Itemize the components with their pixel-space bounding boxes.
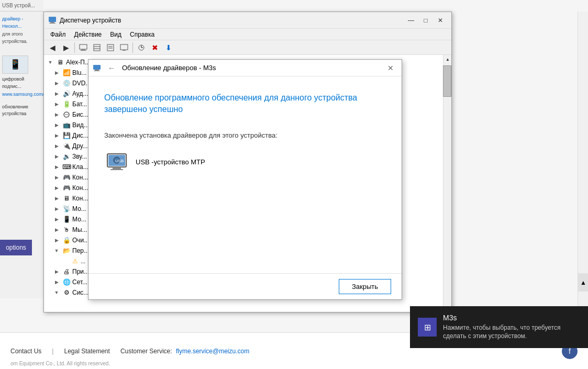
tree-expand-sound[interactable]: ▶	[52, 152, 61, 161]
device-manager-toolbar: ◀ ▶	[44, 40, 451, 55]
dialog-close-x-button[interactable]: ✕	[384, 61, 397, 75]
tree-expand-keyboard[interactable]: ▶	[52, 163, 61, 171]
tree-label-biometric: Бис...	[72, 111, 88, 118]
device-manager-title: Диспетчер устройств	[60, 17, 404, 24]
tree-icon-bt: 📶	[62, 69, 71, 77]
svg-rect-21	[94, 71, 100, 71]
menu-view[interactable]: Вид	[106, 30, 126, 39]
toast-icon-symbol: ⊞	[424, 322, 431, 332]
side-text-area: драйвер - Нескол... для этого устройства…	[0, 14, 43, 120]
svg-rect-25	[110, 169, 123, 170]
tree-expand-ctrl1[interactable]: ▶	[52, 173, 61, 182]
side-device-image: 📱	[2, 55, 28, 74]
tree-expand-portable[interactable]: ▼	[52, 247, 61, 255]
tree-expand-audio[interactable]: ▶	[52, 90, 61, 98]
tree-expand-ctrl3[interactable]: ▶	[52, 194, 61, 203]
tree-expand-root[interactable]: ▼	[46, 58, 54, 66]
device-manager-menubar: Файл Действие Вид Справка	[44, 29, 451, 40]
menu-action[interactable]: Действие	[70, 30, 106, 39]
footer-contact-us[interactable]: Contact Us	[10, 348, 41, 355]
toolbar-display[interactable]	[118, 41, 130, 54]
toolbar-forward[interactable]: ▶	[60, 41, 72, 54]
toolbar-properties[interactable]	[104, 41, 117, 54]
tree-icon-battery: 🔋	[62, 100, 71, 108]
side-device-caption: цифровой подпис...	[2, 76, 41, 90]
tree-expand-warning	[61, 257, 69, 265]
side-driver-link[interactable]: www.samsung.com/...	[2, 91, 41, 98]
tree-label-audio: Ауд...	[72, 90, 88, 97]
tree-icon-system: ⚙	[62, 288, 71, 297]
tree-expand-biometric[interactable]: ▶	[52, 110, 61, 119]
tree-expand-network[interactable]: ▶	[52, 278, 61, 286]
side-header: USB устрой...	[0, 0, 43, 12]
tree-expand-modem2[interactable]: ▶	[52, 215, 61, 223]
tree-icon-modem2: 📱	[62, 215, 71, 223]
device-manager-titlebar: Диспетчер устройств — □ ✕	[44, 12, 451, 29]
tree-scrollbar[interactable]: ▲ ▼	[443, 55, 451, 312]
tree-expand-battery[interactable]: ▶	[52, 100, 61, 108]
svg-rect-3	[80, 44, 87, 49]
minimize-button[interactable]: —	[404, 15, 418, 26]
scroll-to-top-button[interactable]: ▲	[578, 273, 588, 292]
tree-label-disk: Дис...	[72, 132, 88, 139]
toolbar-disable[interactable]: ✖	[149, 41, 161, 54]
tree-icon-disk: 💾	[62, 131, 71, 140]
dialog-back-button[interactable]: ←	[105, 62, 118, 74]
toolbar-back[interactable]: ◀	[46, 41, 59, 54]
dialog-close-button[interactable]: Закрыть	[339, 279, 391, 294]
tree-label-sound: Зву...	[72, 153, 87, 160]
tree-label-bt: Blu...	[72, 69, 86, 76]
toolbar-list[interactable]	[91, 41, 103, 54]
tree-expand-ctrl2[interactable]: ▶	[52, 184, 61, 192]
dialog-desc-text: Закончена установка драйверов для этого …	[104, 131, 386, 139]
scroll-up-arrow[interactable]: ▲	[443, 55, 451, 63]
tree-expand-bt[interactable]: ▶	[52, 69, 61, 77]
toolbar-update[interactable]: ⬇	[162, 41, 175, 54]
tree-expand-disk[interactable]: ▶	[52, 131, 61, 140]
dialog-footer: Закрыть	[88, 273, 402, 299]
side-text-3: 📱 цифровой подпис... www.samsung.com/...	[2, 55, 41, 98]
options-button[interactable]: options	[0, 240, 32, 255]
menu-file[interactable]: Файл	[46, 30, 70, 39]
warning-icon: ⚠	[71, 257, 79, 265]
toolbar-scan[interactable]	[135, 41, 148, 54]
tree-expand-mouse[interactable]: ▶	[52, 226, 61, 234]
footer-email-link[interactable]: flyme.service@meizu.com	[176, 348, 249, 355]
svg-text:USB: USB	[115, 159, 124, 163]
tree-label-system: Сис...	[72, 289, 88, 296]
footer-legal-statement[interactable]: Legal Statement	[64, 348, 109, 355]
tree-icon-other: 🔌	[62, 142, 71, 150]
maximize-button[interactable]: □	[419, 15, 432, 26]
m3s-toast[interactable]: ⊞ M3s Нажмите, чтобы выбрать, что требуе…	[410, 306, 588, 348]
tree-expand-other[interactable]: ▶	[52, 142, 61, 150]
device-manager-title-icon	[48, 16, 57, 25]
tree-label-mouse: Мы...	[72, 226, 87, 233]
tree-expand-system[interactable]: ▼	[52, 288, 61, 297]
window-controls: — □ ✕	[404, 15, 447, 26]
tree-label-ctrl3: Кон...	[72, 195, 88, 202]
svg-rect-20	[95, 70, 99, 71]
tree-expand-modem1[interactable]: ▶	[52, 205, 61, 213]
tree-icon-ctrl1: 🎮	[62, 173, 71, 182]
tree-expand-video[interactable]: ▶	[52, 121, 61, 129]
toolbar-sep1	[74, 42, 75, 53]
tree-expand-dvd[interactable]: ▶	[52, 79, 61, 87]
svg-rect-5	[80, 50, 86, 51]
toolbar-computer[interactable]	[77, 41, 90, 54]
tree-label-network: Сет...	[72, 278, 87, 286]
dialog-device-name: USB -устройство МТР	[136, 158, 205, 166]
toast-description: Нажмите, чтобы выбрать, что требуется сд…	[443, 324, 580, 340]
side-note: обновление устройства	[2, 104, 41, 118]
tree-label-video: Вид...	[72, 121, 89, 129]
scroll-thumb[interactable]	[443, 65, 451, 97]
tree-expand-printers[interactable]: ▶	[52, 267, 61, 276]
tree-icon-printers: 🖨	[62, 267, 71, 276]
side-text-2: для этого устройства.	[2, 31, 41, 45]
tree-expand-security[interactable]: ▶	[52, 236, 61, 244]
menu-help[interactable]: Справка	[126, 30, 159, 39]
dialog-title-icon	[93, 64, 101, 72]
svg-rect-0	[49, 17, 56, 22]
svg-rect-13	[123, 50, 126, 51]
svg-rect-4	[81, 49, 85, 50]
close-button[interactable]: ✕	[434, 15, 447, 26]
